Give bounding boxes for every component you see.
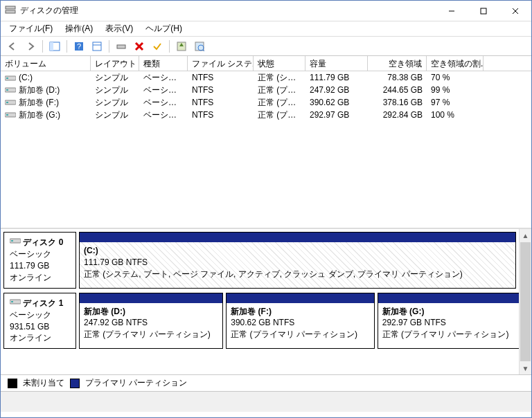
table-row[interactable]: 新加巻 (G:)シンプルベーシックNTFS正常 (プラ...292.97 GB2… [1,109,531,121]
svg-rect-7 [50,42,53,51]
menu-help[interactable]: ヘルプ(H) [141,21,186,36]
legend-primary-swatch [70,379,80,388]
disk-layout-graph: ディスク 0ベーシック111.79 GBオンライン(C:)111.79 GB N… [1,229,531,374]
scroll-up-button[interactable]: ▲ [520,229,531,242]
partition-header [378,293,519,303]
disk-sidebar[interactable]: ディスク 1ベーシック931.51 GBオンライン [3,293,76,349]
check-button[interactable] [150,39,165,54]
menubar: ファイル(F) 操作(A) 表示(V) ヘルプ(H) [1,21,531,37]
partition[interactable]: 新加巻 (G:)292.97 GB NTFS正常 (プライマリ パーティション) [378,293,519,349]
partition[interactable]: 新加巻 (F:)390.62 GB NTFS正常 (プライマリ パーティション) [226,293,375,349]
forward-button[interactable] [23,39,38,54]
back-button[interactable] [5,39,20,54]
drive-icon [5,98,16,107]
show-hide-console-tree-button[interactable] [47,39,62,54]
legend-primary-label: プライマリ パーティション [85,377,187,389]
col-capacity[interactable]: 容量 [305,56,368,71]
disk-row: ディスク 1ベーシック931.51 GBオンライン新加巻 (D:)247.92 … [3,293,516,349]
partition[interactable]: (C:)111.79 GB NTFS正常 (システム, ブート, ページ ファイ… [79,232,516,289]
col-layout[interactable]: レイアウト [91,56,139,71]
close-button[interactable] [499,1,531,21]
svg-rect-28 [11,240,13,242]
table-header: ボリューム レイアウト 種類 ファイル システム 状態 容量 空き領域 空き領域… [1,56,531,71]
maximize-button[interactable] [468,1,499,21]
svg-rect-1 [6,10,15,13]
col-volume[interactable]: ボリューム [1,56,91,71]
svg-rect-16 [195,42,204,51]
svg-rect-30 [11,301,13,302]
partition-header [80,233,515,242]
col-pct[interactable]: 空き領域の割... [427,56,484,71]
table-row[interactable]: (C:)シンプルベーシックNTFS正常 (シス...111.79 GB78.38… [1,71,531,84]
svg-rect-3 [481,8,486,14]
col-type[interactable]: 種類 [139,56,188,71]
partition[interactable]: 新加巻 (D:)247.92 GB NTFS正常 (プライマリ パーティション) [79,293,223,349]
partition-header [227,293,374,303]
table-row[interactable]: 新加巻 (D:)シンプルベーシックNTFS正常 (プラ...247.92 GB2… [1,84,531,96]
legend-unallocated-swatch [8,379,17,388]
scroll-thumb[interactable] [520,242,531,361]
properties-button[interactable] [89,39,105,54]
svg-line-18 [203,50,204,51]
svg-rect-0 [6,6,15,9]
svg-rect-10 [93,42,101,51]
titlebar: ディスクの管理 [1,1,531,21]
col-filesystem[interactable]: ファイル システム [188,56,254,71]
drive-icon [5,111,16,119]
help-button[interactable]: ? [71,39,87,54]
delete-button[interactable] [132,39,147,54]
view-bottom-button[interactable] [192,39,207,54]
scroll-down-button[interactable]: ▼ [520,362,531,374]
table-row[interactable]: 新加巻 (F:)シンプルベーシックNTFS正常 (プラ...390.62 GB3… [1,96,531,109]
svg-rect-20 [6,78,8,79]
disk-row: ディスク 0ベーシック111.79 GBオンライン(C:)111.79 GB N… [3,232,516,289]
legend: 未割り当て プライマリ パーティション [1,374,531,391]
minimize-button[interactable] [436,1,468,21]
legend-unallocated-label: 未割り当て [23,377,64,389]
svg-rect-26 [6,114,8,116]
volume-table: ボリューム レイアウト 種類 ファイル システム 状態 容量 空き領域 空き領域… [1,56,531,229]
partition-header [80,293,222,303]
svg-text:?: ? [77,42,81,51]
svg-rect-24 [6,102,8,103]
menu-view[interactable]: 表示(V) [101,21,137,36]
statusbar [1,391,531,412]
app-icon [5,4,16,17]
col-free[interactable]: 空き領域 [368,56,427,71]
col-status[interactable]: 状態 [254,56,305,71]
menu-file[interactable]: ファイル(F) [5,21,57,36]
window-title: ディスクの管理 [20,5,78,17]
svg-rect-22 [6,89,8,91]
drive-icon [5,86,16,94]
svg-rect-12 [117,45,125,48]
disk-sidebar[interactable]: ディスク 0ベーシック111.79 GBオンライン [3,232,76,289]
device-button[interactable] [114,39,129,54]
drive-icon [5,74,16,82]
vertical-scrollbar[interactable]: ▲ ▼ [519,229,531,374]
toolbar: ? [1,37,531,56]
view-top-button[interactable] [174,39,189,54]
menu-action[interactable]: 操作(A) [61,21,97,36]
